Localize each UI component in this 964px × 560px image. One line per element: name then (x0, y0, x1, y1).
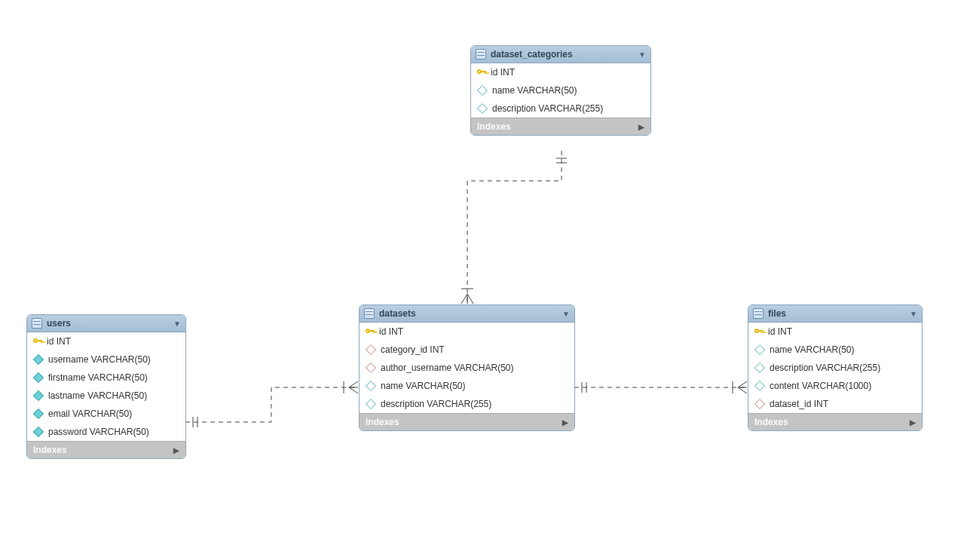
indexes-section[interactable]: Indexes ▶ (27, 441, 185, 458)
column-text: description VARCHAR(255) (770, 363, 880, 373)
column-text: name VARCHAR(50) (492, 85, 577, 96)
column-icon (477, 103, 488, 114)
indexes-label: Indexes (366, 417, 399, 427)
column-icon (33, 427, 44, 437)
column-text: lastname VARCHAR(50) (48, 390, 147, 401)
primary-key-icon (33, 337, 42, 346)
column-row[interactable]: password VARCHAR(50) (27, 423, 185, 441)
collapse-icon[interactable]: ▼ (173, 320, 181, 328)
column-row[interactable]: lastname VARCHAR(50) (27, 387, 185, 405)
indexes-label: Indexes (33, 445, 67, 455)
column-list: id INTname VARCHAR(50)description VARCHA… (471, 63, 650, 118)
column-text: username VARCHAR(50) (48, 354, 151, 365)
column-list: id INTname VARCHAR(50)description VARCHA… (748, 323, 922, 413)
table-users[interactable]: users ▼ id INTusername VARCHAR(50)firstn… (26, 314, 186, 459)
column-icon (366, 363, 376, 373)
expand-icon[interactable]: ▶ (562, 418, 568, 427)
table-files[interactable]: files ▼ id INTname VARCHAR(50)descriptio… (748, 304, 923, 431)
table-title: dataset_categories (491, 49, 634, 60)
table-header[interactable]: dataset_categories ▼ (471, 46, 650, 63)
column-list: id INTcategory_id INTauthor_username VAR… (360, 323, 574, 413)
expand-icon[interactable]: ▶ (638, 123, 644, 131)
table-icon (32, 318, 42, 329)
column-text: author_username VARCHAR(50) (381, 363, 514, 373)
table-title: users (47, 318, 169, 329)
column-icon (366, 381, 376, 391)
column-text: email VARCHAR(50) (48, 409, 132, 419)
column-text: name VARCHAR(50) (381, 381, 465, 391)
column-row[interactable]: category_id INT (360, 341, 574, 359)
table-header[interactable]: datasets ▼ (360, 305, 574, 323)
collapse-icon[interactable]: ▼ (910, 310, 917, 318)
table-icon (476, 49, 486, 60)
column-row[interactable]: name VARCHAR(50) (471, 81, 650, 99)
column-text: content VARCHAR(1000) (770, 381, 871, 391)
column-row[interactable]: description VARCHAR(255) (471, 99, 650, 118)
column-row[interactable]: name VARCHAR(50) (360, 377, 574, 395)
indexes-label: Indexes (477, 121, 511, 132)
table-title: files (768, 308, 905, 319)
column-row[interactable]: id INT (471, 63, 650, 81)
column-row[interactable]: description VARCHAR(255) (748, 359, 922, 377)
column-row[interactable]: name VARCHAR(50) (748, 341, 922, 359)
table-icon (364, 308, 375, 319)
column-text: firstname VARCHAR(50) (48, 372, 148, 383)
column-row[interactable]: dataset_id INT (748, 395, 922, 413)
column-list: id INTusername VARCHAR(50)firstname VARC… (27, 332, 185, 441)
column-icon (366, 399, 376, 409)
column-row[interactable]: firstname VARCHAR(50) (27, 369, 185, 387)
column-icon (477, 85, 488, 96)
column-row[interactable]: email VARCHAR(50) (27, 405, 185, 423)
table-icon (753, 308, 764, 319)
table-datasets[interactable]: datasets ▼ id INTcategory_id INTauthor_u… (359, 304, 575, 431)
expand-icon[interactable]: ▶ (910, 418, 916, 427)
column-row[interactable]: id INT (748, 323, 922, 341)
column-icon (366, 344, 376, 355)
column-icon (33, 354, 44, 365)
table-header[interactable]: files ▼ (748, 305, 922, 323)
primary-key-icon (366, 327, 375, 336)
column-text: id INT (491, 67, 515, 78)
column-icon (754, 381, 765, 391)
column-row[interactable]: content VARCHAR(1000) (748, 377, 922, 395)
column-text: id INT (768, 326, 792, 337)
primary-key-icon (754, 327, 764, 336)
table-title: datasets (379, 308, 558, 319)
column-text: password VARCHAR(50) (48, 427, 149, 437)
column-row[interactable]: id INT (27, 332, 185, 350)
column-text: description VARCHAR(255) (381, 399, 491, 409)
indexes-section[interactable]: Indexes ▶ (471, 118, 650, 135)
column-text: name VARCHAR(50) (770, 344, 854, 355)
indexes-label: Indexes (754, 417, 788, 427)
column-row[interactable]: author_username VARCHAR(50) (360, 359, 574, 377)
column-text: description VARCHAR(255) (492, 103, 603, 114)
column-row[interactable]: description VARCHAR(255) (360, 395, 574, 413)
column-icon (754, 399, 765, 409)
column-icon (33, 409, 44, 419)
table-dataset-categories[interactable]: dataset_categories ▼ id INTname VARCHAR(… (470, 45, 651, 136)
column-icon (754, 363, 765, 373)
indexes-section[interactable]: Indexes ▶ (360, 413, 574, 430)
column-text: dataset_id INT (770, 399, 828, 409)
indexes-section[interactable]: Indexes ▶ (748, 413, 922, 430)
column-row[interactable]: username VARCHAR(50) (27, 350, 185, 369)
table-header[interactable]: users ▼ (27, 315, 185, 332)
expand-icon[interactable]: ▶ (173, 446, 179, 454)
column-text: id INT (47, 336, 71, 347)
collapse-icon[interactable]: ▼ (638, 50, 646, 59)
column-icon (33, 390, 44, 401)
column-icon (33, 372, 44, 383)
column-text: id INT (379, 326, 403, 337)
column-icon (754, 344, 765, 355)
column-text: category_id INT (381, 344, 445, 355)
collapse-icon[interactable]: ▼ (562, 310, 570, 318)
column-row[interactable]: id INT (360, 323, 574, 341)
primary-key-icon (477, 68, 486, 77)
